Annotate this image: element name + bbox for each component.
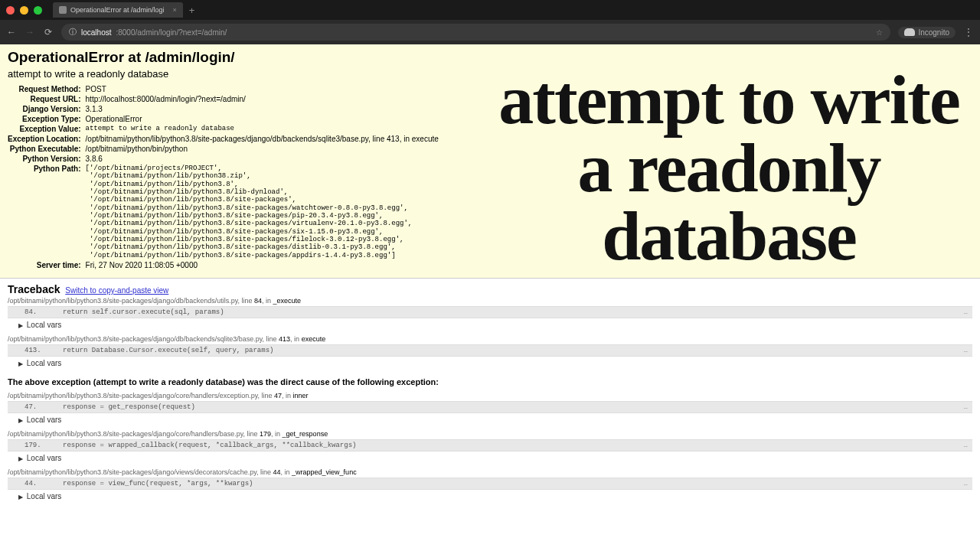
summary-row-label: Python Path: — [8, 164, 86, 260]
frame-code-line[interactable]: 413.return Database.Cursor.execute(self,… — [8, 344, 972, 357]
page-title: OperationalError at /admin/login/ — [8, 49, 972, 66]
local-vars-toggle[interactable]: ▶ Local vars — [8, 413, 972, 429]
summary-table: Request Method:POSTRequest URL:http://lo… — [8, 84, 439, 270]
summary-row-label: Exception Location: — [8, 134, 86, 144]
reload-icon[interactable]: ⟳ — [43, 27, 54, 37]
summary-row-label: Request Method: — [8, 84, 86, 94]
browser-toolbar: ← → ⟳ ⓘ localhost:8000/admin/login/?next… — [0, 20, 980, 44]
traceback-section: Traceback Switch to copy-and-paste view … — [0, 279, 980, 505]
tab-close-icon[interactable]: × — [173, 6, 177, 14]
summary-row-value: Fri, 27 Nov 2020 11:08:05 +0000 — [86, 260, 439, 270]
maximize-icon[interactable] — [34, 6, 42, 15]
new-tab-button[interactable]: + — [189, 5, 195, 16]
favicon-icon — [59, 6, 67, 14]
back-icon[interactable]: ← — [6, 27, 17, 37]
menu-icon[interactable]: ⋮ — [963, 27, 974, 37]
exception-chain-text: The above exception (attempt to write a … — [8, 372, 972, 390]
url-host: localhost — [81, 28, 111, 37]
summary-row-label: Exception Value: — [8, 124, 86, 134]
local-vars-toggle[interactable]: ▶ Local vars — [8, 490, 972, 505]
summary-row-label: Python Version: — [8, 154, 86, 164]
frame-location: /opt/bitnami/python/lib/python3.8/site-p… — [8, 429, 972, 439]
local-vars-toggle[interactable]: ▶ Local vars — [8, 452, 972, 467]
local-vars-toggle[interactable]: ▶ Local vars — [8, 318, 972, 334]
url-bar[interactable]: ⓘ localhost:8000/admin/login/?next=/admi… — [61, 24, 890, 41]
summary-row-label: Exception Type: — [8, 114, 86, 124]
incognito-badge[interactable]: Incognito — [898, 27, 956, 38]
frame-location: /opt/bitnami/python/lib/python3.8/site-p… — [8, 295, 972, 306]
incognito-label: Incognito — [918, 28, 949, 37]
summary-row-value: 3.1.3 — [86, 104, 439, 114]
summary-row-value: ['/opt/bitnami/projects/PROJECT', '/opt/… — [86, 164, 439, 260]
summary-row-label: Request URL: — [8, 94, 86, 104]
frame-code-line[interactable]: 84.return self.cursor.execute(sql, param… — [8, 306, 972, 318]
bookmark-icon[interactable]: ☆ — [876, 28, 883, 37]
exception-subtitle: attempt to write a readonly database — [8, 68, 972, 80]
traffic-lights — [6, 6, 42, 15]
summary-row-value: /opt/bitnami/python/lib/python3.8/site-p… — [86, 134, 439, 144]
summary-row-label: Python Executable: — [8, 144, 86, 154]
traceback-heading: Traceback — [8, 283, 60, 295]
frame-location: /opt/bitnami/python/lib/python3.8/site-p… — [8, 390, 972, 401]
close-icon[interactable] — [6, 6, 15, 15]
summary-row-value: http://localhost:8000/admin/login/?next=… — [86, 94, 439, 104]
frame-code-line[interactable]: 47.response = get_response(request)… — [8, 401, 972, 413]
tab-title: OperationalError at /admin/logi — [70, 6, 165, 14]
summary-row-value: attempt to write a readonly database — [86, 124, 439, 134]
local-vars-toggle[interactable]: ▶ Local vars — [8, 357, 972, 372]
browser-tab[interactable]: OperationalError at /admin/logi × — [53, 2, 183, 18]
error-summary: OperationalError at /admin/login/ attemp… — [0, 44, 980, 279]
frame-location: /opt/bitnami/python/lib/python3.8/site-p… — [8, 334, 972, 344]
forward-icon[interactable]: → — [24, 27, 35, 37]
frame-code-line[interactable]: 44.response = view_func(request, *args, … — [8, 478, 972, 490]
summary-row-label: Server time: — [8, 260, 86, 270]
minimize-icon[interactable] — [20, 6, 28, 15]
summary-row-value: /opt/bitnami/python/bin/python — [86, 144, 439, 154]
url-path: :8000/admin/login/?next=/admin/ — [116, 28, 227, 37]
summary-row-value: POST — [86, 84, 439, 94]
summary-row-value: OperationalError — [86, 114, 439, 124]
switch-view-link[interactable]: Switch to copy-and-paste view — [65, 286, 168, 295]
incognito-icon — [904, 28, 915, 36]
titlebar: OperationalError at /admin/logi × + — [0, 0, 980, 20]
frame-location: /opt/bitnami/python/lib/python3.8/site-p… — [8, 467, 972, 478]
summary-row-label: Django Version: — [8, 104, 86, 114]
site-info-icon[interactable]: ⓘ — [69, 27, 77, 37]
frame-code-line[interactable]: 179.response = wrapped_callback(request,… — [8, 439, 972, 452]
summary-row-value: 3.8.6 — [86, 154, 439, 164]
